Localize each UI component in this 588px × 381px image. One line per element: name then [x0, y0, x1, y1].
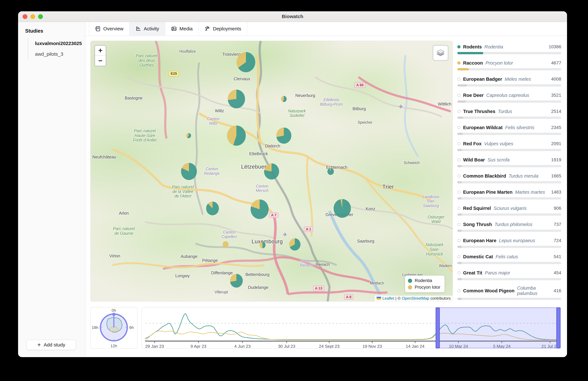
- map-pie-marker[interactable]: [236, 52, 255, 72]
- species-row[interactable]: Domestic CatFelis catus541: [457, 253, 561, 264]
- species-row[interactable]: Roe DeerCapreolus capreolus3521: [457, 92, 561, 103]
- study-list: luxvalmoni20223025 awd_pilots_3: [28, 38, 85, 59]
- legend-item-procyon: Procyon lotor: [408, 285, 440, 290]
- species-row[interactable]: Wild BoarSus scrofa1919: [457, 156, 561, 167]
- species-dot-hollow-icon: [457, 289, 461, 292]
- species-dot-hollow-icon: [457, 255, 461, 258]
- timeline-chart[interactable]: 29 Jan 239 Apr 234 Jun 2330 Jul 2324 Sep…: [142, 307, 561, 348]
- species-progress-fill: [457, 116, 463, 119]
- species-dot-hollow-icon: [457, 142, 461, 145]
- legend-rodentia-label: Rodentia: [415, 278, 432, 283]
- species-row[interactable]: European Pine MartenMartes martes1483: [457, 189, 561, 200]
- species-progress-track: [457, 133, 561, 135]
- species-progress-track: [457, 52, 561, 54]
- species-scientific-name: Meles meles: [505, 77, 549, 82]
- species-row[interactable]: Red FoxVulpes vulpes2091: [457, 140, 561, 151]
- species-row-line: RaccoonProcyon lotor4677: [457, 59, 561, 67]
- map-pie-marker[interactable]: [334, 199, 351, 218]
- study-item-awd-pilots[interactable]: awd_pilots_3: [28, 49, 85, 59]
- species-scientific-name: Felis silvestris: [505, 125, 549, 130]
- openstreetmap-link[interactable]: OpenStreetMap: [402, 296, 429, 301]
- add-study-button[interactable]: + Add study: [26, 340, 76, 350]
- tab-media[interactable]: Media: [165, 22, 199, 36]
- zoom-in-button[interactable]: +: [95, 46, 106, 56]
- species-row[interactable]: True ThrushesTurdus2514: [457, 108, 561, 119]
- species-row-line: European Pine MartenMartes martes1483: [457, 189, 561, 196]
- species-progress-track: [457, 181, 561, 183]
- species-count: 541: [554, 254, 561, 259]
- species-scientific-name: Columba palumbus: [517, 285, 551, 296]
- map-pie-marker[interactable]: [264, 163, 279, 179]
- species-row[interactable]: Red SquirrelSciurus vulgaris906: [457, 205, 561, 216]
- timeline-tick-label: 30 Jul 23: [278, 344, 295, 348]
- species-progress-track: [457, 298, 561, 300]
- species-row[interactable]: RaccoonProcyon lotor4677: [457, 59, 561, 70]
- tab-overview[interactable]: Overview: [89, 22, 129, 36]
- map-pie-marker[interactable]: [281, 96, 287, 102]
- species-count: 454: [554, 270, 561, 275]
- species-name: European Badger: [463, 77, 502, 82]
- studies-sidebar: Studies luxvalmoni20223025 awd_pilots_3 …: [18, 22, 85, 357]
- species-scientific-name: Procyon lotor: [485, 60, 548, 66]
- species-dot-hollow-icon: [457, 271, 461, 274]
- timeline-brush-selection[interactable]: [438, 308, 558, 348]
- species-row-line: Song ThrushTurdus philomelos737: [457, 221, 561, 228]
- species-scientific-name: Martes martes: [515, 190, 549, 195]
- species-count: 906: [554, 206, 561, 211]
- window-title: Biowatch: [282, 14, 303, 19]
- species-progress-fill: [457, 246, 462, 248]
- maximize-button[interactable]: [38, 14, 43, 19]
- map-pie-marker[interactable]: [289, 238, 300, 250]
- species-name: European Pine Marten: [463, 190, 512, 195]
- tab-activity[interactable]: Activity: [129, 22, 165, 36]
- map-pie-marker[interactable]: [223, 241, 229, 248]
- brush-handle-right[interactable]: [557, 308, 560, 348]
- leaflet-link[interactable]: Leaflet: [382, 296, 394, 301]
- species-row[interactable]: Great TitParus major454: [457, 269, 561, 280]
- map-pie-marker[interactable]: [186, 133, 191, 138]
- species-scientific-name: Parus major: [485, 270, 551, 276]
- tab-deployments[interactable]: Deployments: [199, 22, 247, 36]
- map-pie-marker[interactable]: [206, 202, 219, 215]
- species-row[interactable]: RodentsRodentia10386: [457, 43, 561, 54]
- species-row[interactable]: European WildcatFelis silvestris2345: [457, 124, 561, 135]
- timeline-tick-label: 4 Jun 23: [234, 344, 251, 348]
- species-row[interactable]: Common Wood PigeonColumba palumbus416: [457, 285, 561, 300]
- diel-clock-chart[interactable]: 0h 6h 12h 18h: [91, 307, 137, 348]
- brush-handle-left[interactable]: [436, 308, 439, 348]
- map-pie-marker[interactable]: [181, 163, 197, 180]
- species-progress-fill: [457, 298, 462, 300]
- map-pie-marker[interactable]: [259, 242, 265, 248]
- diel-clock-panel: 0h 6h 12h 18h: [90, 307, 137, 349]
- study-item-luxvalmoni[interactable]: luxvalmoni20223025: [28, 38, 85, 49]
- species-progress-fill: [457, 149, 462, 151]
- close-button[interactable]: [22, 14, 27, 19]
- map-pie-marker[interactable]: [230, 274, 243, 288]
- map-pie-marker[interactable]: [276, 128, 292, 144]
- species-row[interactable]: Common BlackbirdTurdus merula1665: [457, 172, 561, 183]
- timeline-tick-label: 19 Nov 23: [363, 344, 382, 348]
- species-row[interactable]: European BadgerMeles meles4008: [457, 76, 561, 87]
- map-pie-marker[interactable]: [228, 90, 245, 108]
- tab-media-label: Media: [179, 26, 193, 31]
- minimize-button[interactable]: [30, 14, 35, 19]
- zoom-out-button[interactable]: −: [95, 56, 106, 66]
- map-pie-marker[interactable]: [251, 199, 269, 219]
- species-row[interactable]: European HareLepus europaeus724: [457, 237, 561, 248]
- species-count: 1665: [551, 173, 561, 179]
- species-name: Common Blackbird: [463, 173, 506, 179]
- species-name: Roe Deer: [463, 93, 483, 98]
- species-row-line: Common Wood PigeonColumba palumbus416: [457, 285, 561, 296]
- layers-control[interactable]: [433, 45, 448, 61]
- tabbar: Overview Activity Media Deployments: [85, 22, 567, 36]
- map-pie-marker[interactable]: [227, 126, 246, 146]
- leaflet-map[interactable]: HouffalizeTroisviergesParc naturel des d…: [90, 41, 453, 302]
- map-pie-marker[interactable]: [327, 168, 334, 175]
- species-scientific-name: Felis catus: [496, 254, 551, 259]
- add-study-label: Add study: [44, 342, 65, 348]
- species-row[interactable]: Song ThrushTurdus philomelos737: [457, 221, 561, 232]
- clock-time-handle[interactable]: [112, 313, 116, 316]
- rodentia-dot-icon: [408, 279, 412, 283]
- species-count: 4677: [551, 60, 561, 66]
- species-count: 737: [554, 222, 561, 227]
